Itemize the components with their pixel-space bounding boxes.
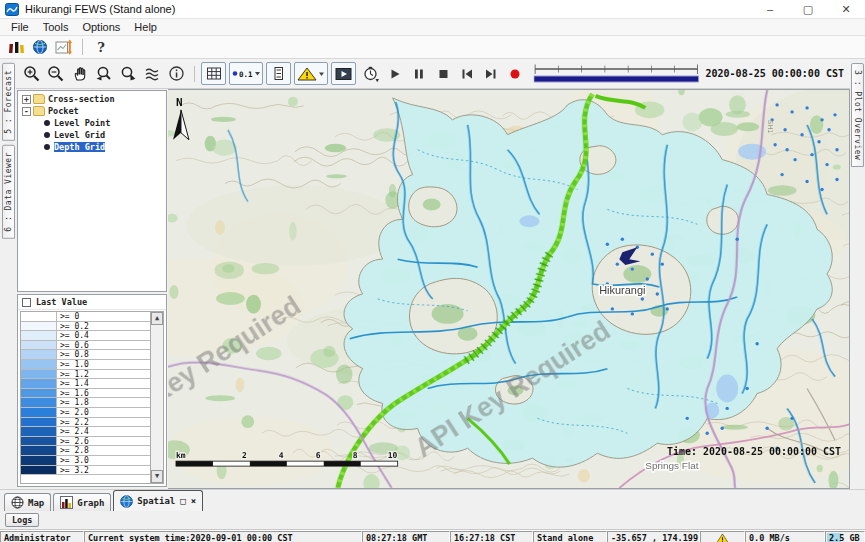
tree-expander-icon[interactable]: + [22, 95, 31, 104]
grid-display-button[interactable] [201, 62, 226, 85]
tree-item-level-point[interactable]: Level Point [18, 117, 166, 129]
level-point-dot [773, 143, 776, 146]
pan-icon[interactable] [68, 63, 92, 85]
legend-entry[interactable]: >= 0 [21, 312, 150, 322]
contour-interval-dropdown[interactable]: 0.1 [229, 62, 263, 85]
help-button[interactable]: ? [89, 37, 113, 57]
legend-color-swatch [21, 341, 57, 350]
last-value-checkbox[interactable] [22, 298, 31, 307]
level-point-dot [817, 140, 820, 143]
legend-entry[interactable]: >= 3.2 [21, 466, 150, 476]
level-point-dot [611, 307, 614, 310]
tab-forecast[interactable]: 5 : Forecast [2, 63, 15, 141]
globe-icon[interactable] [28, 37, 52, 57]
pause-button[interactable] [407, 63, 431, 85]
tree-item-label: Cross-section [48, 94, 115, 104]
scroll-down-icon[interactable]: ▼ [151, 470, 163, 483]
warning-dropdown[interactable] [294, 62, 328, 85]
level-point-dot [651, 252, 654, 255]
scroll-track[interactable] [151, 325, 163, 470]
tree-item-cross-section[interactable]: +Cross-section [18, 93, 166, 105]
legend-panel: Last Value >= 0>= 0.2>= 0.4>= 0.6>= 0.8>… [17, 294, 167, 487]
tab-restore-icon[interactable]: □ [180, 496, 185, 506]
scroll-up-icon[interactable]: ▲ [151, 312, 163, 325]
legend-entry[interactable]: >= 2.4 [21, 427, 150, 437]
tab-data-viewer[interactable]: 6 : Data Viewer [2, 145, 15, 239]
level-point-dot [820, 118, 823, 121]
tab-plot-overview[interactable]: 3 : Plot Overview [851, 63, 864, 167]
legend-entry[interactable]: >= 1.0 [21, 360, 150, 370]
logs-button[interactable]: Logs [5, 513, 39, 527]
menu-help[interactable]: Help [127, 21, 164, 33]
legend-entry[interactable]: >= 1.6 [21, 389, 150, 399]
map-toolbar: 0.1 [16, 59, 850, 89]
database-icon[interactable] [4, 37, 28, 57]
layers-icon[interactable] [140, 63, 164, 85]
info-icon[interactable] [164, 63, 188, 85]
bottom-tab-bar: Map Graph Spatial □ × [0, 489, 865, 511]
legend-table: >= 0>= 0.2>= 0.4>= 0.6>= 0.8>= 1.0>= 1.2… [21, 312, 150, 483]
legend-entry[interactable]: >= 1.8 [21, 398, 150, 408]
zoom-out-icon[interactable] [44, 63, 68, 85]
level-point-dot [745, 387, 748, 390]
step-back-button[interactable] [455, 63, 479, 85]
memory-label: 2.5 GB [829, 533, 860, 542]
legend-entry[interactable]: >= 3.0 [21, 456, 150, 466]
legend-entry[interactable]: >= 2.6 [21, 437, 150, 447]
minimize-button[interactable]: – [751, 0, 789, 18]
legend-button[interactable] [266, 62, 291, 85]
legend-entry[interactable]: >= 0.2 [21, 322, 150, 332]
legend-entry-label: >= 0.4 [57, 331, 150, 340]
map-canvas[interactable]: Hikurangi Springs Flat SH1 API Key Requi… [168, 89, 850, 489]
tab-close-icon[interactable]: × [191, 496, 196, 506]
status-mode: Stand alone [533, 531, 607, 542]
logs-row: Logs [0, 511, 865, 530]
legend-entry[interactable]: >= 1.4 [21, 379, 150, 389]
legend-entry[interactable]: >= 2.8 [21, 446, 150, 456]
status-bar: Administrator Current system time:2020-0… [0, 530, 865, 542]
svg-text:2: 2 [242, 451, 247, 460]
tree-expander-icon[interactable]: - [22, 107, 31, 116]
maximize-button[interactable]: ▢ [789, 0, 827, 18]
legend-entry[interactable]: >= 2.2 [21, 418, 150, 428]
status-system-time: Current system time:2020-09-01 00:00 CST [84, 531, 362, 542]
record-button[interactable] [503, 63, 527, 85]
animation-panel-button[interactable] [331, 62, 356, 85]
legend-entry-label: >= 2.0 [57, 408, 150, 417]
menu-file[interactable]: File [4, 21, 36, 33]
svg-text:8: 8 [353, 451, 358, 460]
zoom-previous-icon[interactable] [92, 63, 116, 85]
timeline-slider[interactable] [533, 63, 700, 84]
tab-spatial[interactable]: Spatial □ × [113, 490, 203, 511]
tab-map[interactable]: Map [4, 493, 51, 511]
warning-icon[interactable] [716, 533, 729, 542]
graph-chart-icon [60, 496, 73, 509]
legend-entry[interactable]: >= 0.4 [21, 331, 150, 341]
timer-icon[interactable] [359, 63, 383, 85]
zoom-next-icon[interactable] [116, 63, 140, 85]
level-point-dot [666, 307, 669, 310]
chart-export-icon[interactable] [52, 37, 76, 57]
tree-item-level-grid[interactable]: Level Grid [18, 129, 166, 141]
legend-entry[interactable]: >= 2.0 [21, 408, 150, 418]
tab-graph[interactable]: Graph [53, 493, 111, 511]
menu-options[interactable]: Options [75, 21, 127, 33]
level-point-dot [641, 297, 644, 300]
level-point-dot [783, 128, 786, 131]
legend-entry[interactable]: >= 1.2 [21, 370, 150, 380]
close-button[interactable]: ✕ [827, 0, 865, 18]
play-button[interactable] [383, 63, 407, 85]
stop-button[interactable] [431, 63, 455, 85]
zoom-in-icon[interactable] [20, 63, 44, 85]
tree-item-depth-grid[interactable]: Depth Grid [18, 141, 166, 153]
tree-item-pocket[interactable]: -Pocket [18, 105, 166, 117]
legend-entry[interactable]: >= 0.6 [21, 341, 150, 351]
legend-entry[interactable]: >= 0.8 [21, 350, 150, 360]
level-point-dot [646, 277, 649, 280]
legend-scrollbar[interactable]: ▲ ▼ [150, 312, 163, 483]
town-label: Hikurangi [599, 284, 645, 296]
menu-tools[interactable]: Tools [36, 21, 76, 33]
level-point-dot [790, 417, 793, 420]
step-forward-button[interactable] [479, 63, 503, 85]
folder-icon [33, 106, 45, 116]
